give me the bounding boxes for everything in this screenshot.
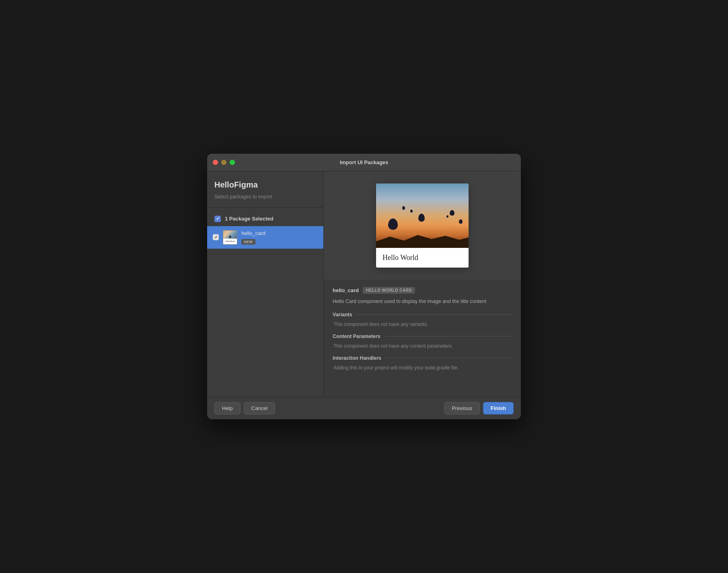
- window-title: Import UI Packages: [340, 159, 389, 165]
- balloon-large-icon: [388, 218, 398, 230]
- interaction-header: Interaction Handlers: [333, 355, 512, 361]
- interaction-title: Interaction Handlers: [333, 355, 381, 361]
- package-selected-row[interactable]: 1 Package Selected: [207, 212, 323, 226]
- interaction-text: Adding this to your project will modify …: [333, 364, 512, 371]
- app-name: HelloFigma: [214, 180, 316, 190]
- sidebar: HelloFigma Select packages to import 1 P…: [207, 171, 324, 397]
- preview-area: Hello World: [324, 171, 521, 280]
- balloon-tiny3-icon: [446, 215, 448, 218]
- balloon-tiny1-icon: [402, 206, 405, 210]
- balloon-tiny2-icon: [410, 210, 413, 212]
- main-panel: Hello World hello_card HELLO WORLD CARD …: [324, 171, 521, 397]
- package-list: Hello World hello_card NEW: [207, 226, 323, 397]
- dialog-window: Import UI Packages HelloFigma Select pac…: [207, 154, 521, 419]
- balloon-small1-icon: [450, 210, 454, 216]
- variants-section-header: Variants: [333, 312, 512, 317]
- variants-text: This component does not have any variant…: [333, 321, 512, 328]
- maximize-button[interactable]: [230, 160, 235, 165]
- variants-section: Variants This component does not have an…: [333, 312, 512, 328]
- titlebar: Import UI Packages: [207, 154, 521, 171]
- minimize-button[interactable]: [221, 160, 226, 165]
- content-params-section: Content Parameters This component does n…: [333, 334, 512, 350]
- window-body: HelloFigma Select packages to import 1 P…: [207, 171, 521, 419]
- close-button[interactable]: [213, 160, 218, 165]
- bottom-left-actions: Help Cancel: [214, 402, 275, 414]
- package-info: hello_card NEW: [241, 230, 318, 245]
- package-badge: NEW: [241, 239, 255, 245]
- sidebar-divider: [207, 207, 323, 208]
- select-all-checkbox[interactable]: [214, 216, 221, 222]
- detail-header: hello_card HELLO WORLD CARD: [333, 287, 512, 294]
- balloon-small2-icon: [459, 219, 463, 224]
- detail-area: hello_card HELLO WORLD CARD Hello Card c…: [324, 280, 521, 397]
- cancel-button[interactable]: Cancel: [244, 402, 275, 414]
- mini-preview-text: Hello World: [223, 239, 237, 244]
- content-params-divider: [385, 336, 512, 336]
- package-name: hello_card: [241, 230, 318, 236]
- bottom-right-actions: Previous Finish: [444, 402, 514, 414]
- content-params-text: This component does not have any content…: [333, 342, 512, 350]
- package-selected-label: 1 Package Selected: [225, 216, 274, 222]
- variants-title: Variants: [333, 312, 352, 317]
- content-params-header: Content Parameters: [333, 334, 512, 339]
- interaction-divider: [385, 358, 512, 358]
- balloon-medium-icon: [418, 214, 425, 222]
- mini-text-label: Hello World: [226, 240, 234, 242]
- variants-divider: [356, 314, 512, 315]
- mini-preview-image: [223, 231, 237, 239]
- content-area: HelloFigma Select packages to import 1 P…: [207, 171, 521, 397]
- detail-description: Hello Card component used to display the…: [333, 298, 512, 305]
- finish-button[interactable]: Finish: [483, 402, 514, 414]
- content-params-title: Content Parameters: [333, 334, 380, 339]
- sidebar-subtitle: Select packages to import: [214, 194, 316, 201]
- card-preview: Hello World: [376, 183, 469, 268]
- bottom-bar: Help Cancel Previous Finish: [207, 397, 521, 419]
- package-thumbnail: Hello World: [223, 230, 237, 245]
- sidebar-header: HelloFigma Select packages to import: [207, 171, 323, 207]
- help-button[interactable]: Help: [214, 402, 241, 414]
- previous-button[interactable]: Previous: [444, 402, 480, 414]
- detail-tag: HELLO WORLD CARD: [363, 287, 415, 294]
- list-item[interactable]: Hello World hello_card NEW: [207, 226, 323, 249]
- interaction-section: Interaction Handlers Adding this to your…: [333, 355, 512, 371]
- package-checkbox[interactable]: [213, 234, 219, 240]
- traffic-lights: [213, 160, 235, 165]
- detail-package-name: hello_card: [333, 287, 359, 293]
- card-image: [376, 183, 469, 248]
- card-title: Hello World: [376, 248, 469, 268]
